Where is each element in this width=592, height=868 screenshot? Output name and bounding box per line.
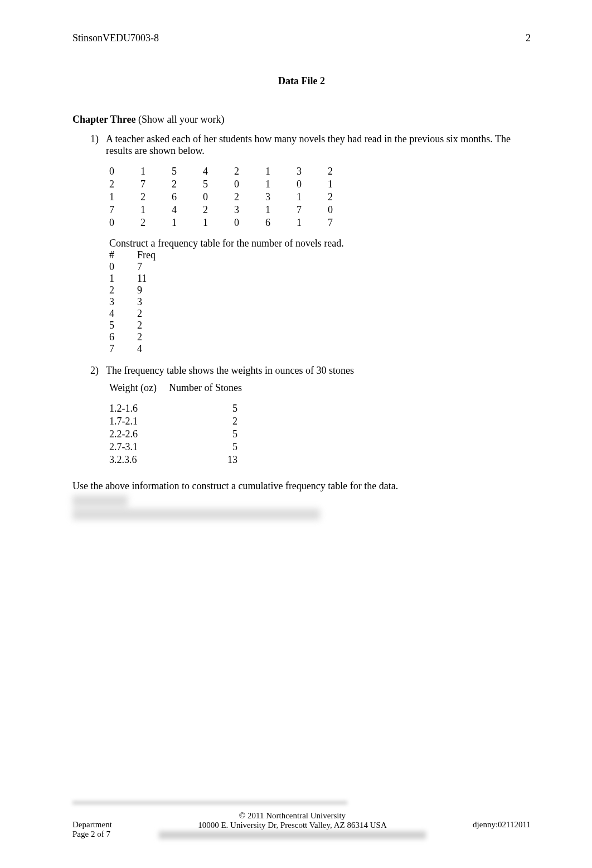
question-2: 2) The frequency table shows the weights… [90, 365, 531, 377]
question-1-number: 1) [90, 133, 106, 145]
grid-cell: 0 [234, 217, 261, 229]
grid-cell: 1 [172, 217, 198, 229]
grid-cell: 1 [265, 166, 292, 177]
construct-line: Construct a frequency table for the numb… [109, 238, 531, 249]
grid-cell: 1 [140, 166, 167, 177]
page: StinsonVEDU7003-8 2 Data File 2 Chapter … [0, 0, 592, 868]
stones-cell: 3.2.3.6 [109, 454, 193, 466]
footer-center-2: 10000 E. University Dr, Prescott Valley,… [112, 821, 473, 830]
footer-right-1: djenny:02112011 [473, 820, 531, 830]
grid-cell: 1 [297, 217, 323, 229]
grid-cell: 0 [109, 166, 136, 177]
running-header-left: StinsonVEDU7003-8 [72, 32, 159, 44]
grid-cell: 7 [328, 217, 355, 229]
stones-table: 1.2-1.6 5 1.7-2.1 2 2.2-2.6 5 2.7-3.1 5 … [109, 403, 531, 466]
stones-cell: 5 [193, 403, 237, 414]
freq-cell: 1 [109, 273, 137, 284]
stones-cell: 2 [193, 416, 237, 427]
freq-cell: 2 [109, 284, 137, 296]
grid-cell: 0 [203, 191, 230, 203]
grid-cell: 2 [172, 179, 198, 190]
freq-cell: 3 [109, 296, 137, 308]
grid-cell: 6 [265, 217, 292, 229]
stones-table-header: Weight (oz) Number of Stones [109, 382, 531, 394]
grid-cell: 0 [234, 179, 261, 190]
grid-cell: 5 [203, 179, 230, 190]
grid-cell: 1 [265, 204, 292, 216]
freq-cell: 4 [137, 343, 171, 355]
freq-cell: 2 [137, 308, 171, 320]
stones-cell: 5 [193, 441, 237, 453]
grid-cell: 3 [297, 166, 323, 177]
grid-cell: 1 [109, 191, 136, 203]
stones-cell: 1.7-2.1 [109, 416, 193, 427]
grid-cell: 2 [203, 204, 230, 216]
chapter-heading-bold: Chapter Three [72, 114, 136, 125]
grid-cell: 4 [172, 204, 198, 216]
page-footer: Department Page 2 of 7 © 2011 Northcentr… [72, 801, 531, 839]
grid-cell: 1 [140, 204, 167, 216]
grid-cell: 7 [109, 204, 136, 216]
novels-data-grid: 0 1 5 4 2 1 3 2 2 7 2 5 0 1 0 1 1 2 6 0 … [109, 166, 531, 229]
footer-center: © 2011 Northcentral University 10000 E. … [112, 811, 473, 839]
freq-cell: 6 [109, 331, 137, 343]
footer-right: djenny:02112011 [473, 820, 531, 839]
grid-cell: 0 [328, 204, 355, 216]
grid-cell: 3 [265, 191, 292, 203]
question-2-number: 2) [90, 365, 106, 377]
freq-cell: 7 [109, 343, 137, 355]
grid-cell: 4 [203, 166, 230, 177]
grid-cell: 2 [328, 166, 355, 177]
grid-cell: 7 [297, 204, 323, 216]
grid-cell: 6 [172, 191, 198, 203]
freq-cell: 2 [137, 320, 171, 331]
grid-cell: 2 [109, 179, 136, 190]
grid-cell: 5 [172, 166, 198, 177]
footer-left: Department Page 2 of 7 [72, 820, 112, 839]
grid-cell: 2 [328, 191, 355, 203]
freq-head-col: Freq [137, 249, 171, 261]
question-2-text: The frequency table shows the weights in… [106, 365, 354, 377]
footer-left-1: Department [72, 820, 112, 830]
question-1: 1) A teacher asked each of her students … [90, 133, 531, 157]
question-1-text: A teacher asked each of her students how… [106, 133, 531, 157]
page-title: Data File 2 [72, 75, 531, 87]
chapter-heading: Chapter Three (Show all your work) [72, 114, 531, 126]
footer-divider [72, 801, 347, 804]
freq-cell: 9 [137, 284, 171, 296]
grid-cell: 1 [297, 191, 323, 203]
footer-left-2: Page 2 of 7 [72, 830, 112, 839]
obscured-content [72, 495, 531, 520]
footer-center-1: © 2011 Northcentral University [112, 811, 473, 821]
freq-cell: 5 [109, 320, 137, 331]
grid-cell: 1 [328, 179, 355, 190]
stones-cell: 2.7-3.1 [109, 441, 193, 453]
stones-cell: 2.2-2.6 [109, 428, 193, 440]
freq-cell: 7 [137, 261, 171, 273]
grid-cell: 7 [140, 179, 167, 190]
stones-cell: 13 [193, 454, 237, 466]
freq-cell: 3 [137, 296, 171, 308]
grid-cell: 1 [265, 179, 292, 190]
stones-cell: 1.2-1.6 [109, 403, 193, 414]
obscured-content [159, 831, 426, 839]
freq-head-col: # [109, 249, 137, 261]
grid-cell: 1 [203, 217, 230, 229]
stones-cell: 5 [193, 428, 237, 440]
freq-cell: 4 [109, 308, 137, 320]
freq-cell: 0 [109, 261, 137, 273]
freq-cell: 2 [137, 331, 171, 343]
frequency-table: # Freq 0 7 1 11 2 9 3 3 4 2 5 2 6 2 7 4 [109, 249, 531, 355]
grid-cell: 0 [297, 179, 323, 190]
grid-cell: 2 [140, 191, 167, 203]
grid-cell: 2 [140, 217, 167, 229]
grid-cell: 2 [234, 191, 261, 203]
stones-head-left: Weight (oz) [109, 382, 157, 394]
chapter-heading-rest: (Show all your work) [136, 114, 225, 125]
freq-cell: 11 [137, 273, 171, 284]
grid-cell: 3 [234, 204, 261, 216]
running-header: StinsonVEDU7003-8 2 [72, 32, 531, 44]
grid-cell: 2 [234, 166, 261, 177]
page-number: 2 [526, 32, 531, 44]
cumulative-line: Use the above information to construct a… [72, 480, 531, 492]
